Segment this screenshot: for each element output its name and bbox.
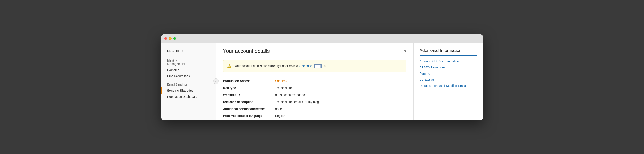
sidebar-item-sending-statistics[interactable]: Sending Statistics: [161, 88, 216, 94]
page-title: Your account details: [223, 48, 270, 54]
sidebar-collapse-button[interactable]: ‹: [213, 78, 219, 84]
details-value: https://carlalexander.ca: [275, 93, 306, 97]
right-panel-link[interactable]: Request Increased Sending Limits: [420, 83, 477, 89]
sidebar-item-ses-home[interactable]: SES Home: [161, 47, 216, 56]
sidebar: SES Home IdentityManagement Domains Emai…: [161, 43, 216, 120]
close-button[interactable]: [164, 37, 167, 40]
main-header: Your account details ↻: [223, 48, 406, 56]
external-link-icon: ⧉: [324, 64, 326, 68]
right-panel-link[interactable]: All SES Resources: [420, 64, 477, 70]
refresh-button[interactable]: ↻: [403, 49, 406, 53]
window-body: SES Home IdentityManagement Domains Emai…: [161, 43, 483, 120]
details-label: Preferred contact language: [223, 114, 275, 118]
table-row: Production AccessSandbox: [223, 78, 406, 85]
details-value: Transactional emails for my blog: [275, 100, 319, 104]
alert-text: Your account details are currently under…: [234, 64, 326, 68]
table-row: Additional contact addressesnone: [223, 105, 406, 112]
details-label: Additional contact addresses: [223, 107, 275, 111]
details-value: Sandbox: [275, 79, 287, 83]
minimize-button[interactable]: [169, 37, 172, 40]
app-window: SES Home IdentityManagement Domains Emai…: [161, 34, 483, 120]
sidebar-section-identity: IdentityManagement: [161, 56, 216, 67]
details-value: Transactional: [275, 86, 294, 90]
details-label: Use case description: [223, 100, 275, 104]
table-row: Website URLhttps://carlalexander.ca: [223, 91, 406, 98]
account-details-table: Production AccessSandboxMail typeTransac…: [223, 78, 406, 119]
table-row: Preferred contact languageEnglish: [223, 112, 406, 119]
warning-icon: ⚠: [227, 63, 232, 69]
right-panel-link[interactable]: Amazon SES Documentation: [420, 58, 477, 64]
right-panel-link[interactable]: Contact Us: [420, 76, 477, 83]
maximize-button[interactable]: [173, 37, 176, 40]
alert-box: ⚠ Your account details are currently und…: [223, 60, 406, 72]
details-label: Website URL: [223, 93, 275, 97]
right-panel-link[interactable]: Forums: [420, 70, 477, 76]
titlebar: [161, 34, 483, 43]
sidebar-item-reputation-dashboard[interactable]: Reputation Dashboard: [161, 94, 216, 100]
main-content: Your account details ↻ ⚠ Your account de…: [216, 43, 414, 120]
details-label: Mail type: [223, 86, 275, 90]
details-value: English: [275, 114, 285, 118]
table-row: Mail typeTransactional: [223, 85, 406, 91]
sidebar-item-email-addresses[interactable]: Email Addresses: [161, 73, 216, 79]
chevron-left-icon: ‹: [216, 80, 216, 83]
table-row: Use case descriptionTransactional emails…: [223, 98, 406, 105]
case-number: ███: [314, 64, 322, 68]
sidebar-item-domains[interactable]: Domains: [161, 67, 216, 73]
right-panel-title: Additional Information: [420, 48, 477, 56]
details-value: none: [275, 107, 282, 111]
right-panel-links: Amazon SES DocumentationAll SES Resource…: [420, 58, 477, 89]
right-panel: Additional Information Amazon SES Docume…: [414, 43, 483, 120]
sidebar-section-email-sending: Email Sending: [161, 79, 216, 88]
details-label: Production Access: [223, 79, 275, 83]
see-case-link[interactable]: See case: [300, 64, 312, 68]
